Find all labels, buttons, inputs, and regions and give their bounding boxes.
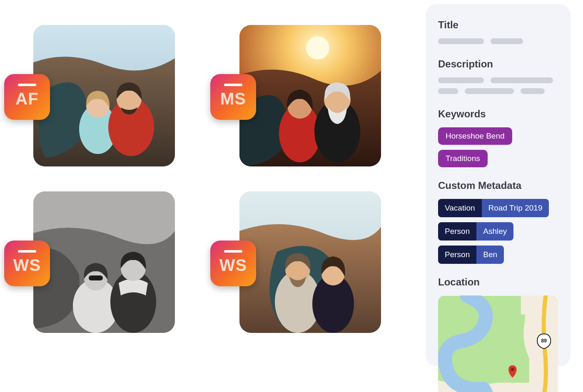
rating-badge: WS	[4, 241, 50, 286]
location-map[interactable]: 89	[438, 295, 558, 392]
title-placeholder	[438, 38, 558, 44]
metadata-chip[interactable]: Person Ashley	[438, 222, 513, 241]
metadata-value: Ben	[476, 246, 504, 264]
photo-item[interactable]: MS	[239, 25, 381, 166]
metadata-value: Road Trip 2019	[482, 199, 549, 217]
badge-bar-icon	[18, 84, 36, 86]
route-shield-label: 89	[541, 338, 547, 344]
details-panel: Title Description Keywords Horseshoe Ben…	[426, 4, 571, 366]
keywords-row: Horseshoe Bend Traditions	[438, 127, 558, 167]
photo-item[interactable]: WS	[239, 191, 381, 333]
photo-thumbnail[interactable]	[33, 25, 175, 166]
photo-thumbnail[interactable]	[239, 25, 381, 166]
badge-label: WS	[13, 257, 41, 273]
svg-rect-17	[33, 191, 175, 333]
photo-item[interactable]: WS	[33, 191, 175, 333]
description-placeholder	[438, 88, 558, 94]
title-label: Title	[438, 19, 558, 31]
svg-rect-24	[521, 296, 538, 315]
metadata-chip[interactable]: Vacation Road Trip 2019	[438, 199, 549, 217]
rating-badge: WS	[210, 241, 256, 286]
badge-label: WS	[219, 257, 247, 273]
metadata-key: Person	[438, 222, 476, 241]
photo-gallery: AF	[0, 25, 400, 333]
badge-label: AF	[15, 90, 38, 107]
custom-metadata-label: Custom Metadata	[438, 180, 558, 191]
keywords-label: Keywords	[438, 108, 558, 120]
rating-badge: MS	[210, 74, 256, 120]
custom-metadata-rows: Vacation Road Trip 2019 Person Ashley Pe…	[438, 199, 558, 264]
keyword-chip[interactable]: Traditions	[438, 150, 488, 167]
badge-bar-icon	[18, 250, 36, 253]
location-label: Location	[438, 276, 558, 288]
badge-bar-icon	[224, 250, 242, 253]
metadata-key: Person	[438, 246, 476, 264]
keyword-chip[interactable]: Horseshoe Bend	[438, 127, 512, 145]
description-label: Description	[438, 58, 558, 70]
metadata-value: Ashley	[476, 222, 513, 241]
badge-bar-icon	[224, 84, 242, 86]
svg-point-25	[511, 368, 514, 371]
photo-item[interactable]: AF	[33, 25, 175, 166]
badge-label: MS	[220, 90, 246, 107]
description-placeholder	[438, 77, 558, 83]
rating-badge: AF	[4, 74, 50, 120]
photo-thumbnail[interactable]	[33, 191, 175, 333]
metadata-chip[interactable]: Person Ben	[438, 246, 504, 264]
svg-point-6	[306, 36, 329, 60]
photo-thumbnail[interactable]	[239, 191, 381, 333]
metadata-key: Vacation	[438, 199, 482, 217]
